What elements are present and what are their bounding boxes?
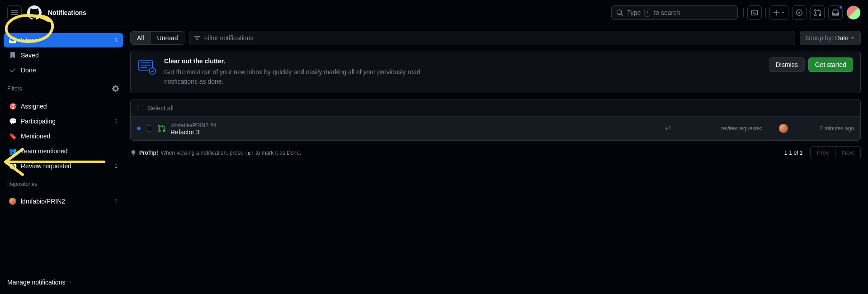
- sidebar: Inbox 1 Saved Done Filters: [0, 25, 127, 294]
- unread-dot-icon: [137, 127, 141, 130]
- row-time: 2 minutes ago: [804, 125, 854, 132]
- filter-notifications-input[interactable]: Filter notifications: [189, 31, 795, 45]
- dismiss-button[interactable]: Dismiss: [769, 57, 805, 72]
- inbox-icon: [9, 37, 16, 44]
- protip-label: ProTip!: [139, 150, 158, 156]
- pagination: Prev Next: [810, 146, 861, 159]
- sidebar-item-label: Done: [21, 66, 118, 74]
- sidebar-item-count: 1: [114, 163, 118, 169]
- pull-requests-button[interactable]: [810, 5, 825, 20]
- notifications-list: Select all ldmfabio/PRIN2 #4 Refactor 3 …: [130, 100, 861, 141]
- eyes-icon: 👀: [9, 162, 16, 170]
- check-icon: [9, 66, 16, 74]
- read-filter-segment: All Unread: [130, 31, 184, 45]
- next-button[interactable]: Next: [835, 147, 860, 159]
- user-avatar[interactable]: [846, 5, 861, 20]
- get-started-button[interactable]: Get started: [808, 57, 853, 72]
- svg-point-0: [798, 12, 800, 14]
- repos-header-label: Repositories: [7, 181, 38, 187]
- command-palette-button[interactable]: [747, 5, 762, 20]
- row-title: Refactor 3: [170, 128, 655, 136]
- separator: [765, 8, 766, 17]
- sidebar-item-count: 1: [114, 37, 118, 43]
- sidebar-item-label: Assigned: [21, 103, 118, 110]
- list-header: Select all: [131, 100, 860, 116]
- group-by-dropdown[interactable]: Group by: Date: [800, 31, 861, 45]
- header-actions: [743, 5, 861, 20]
- banner-title: Clear out the clutter.: [164, 57, 761, 65]
- sidebar-filter-team-mentioned[interactable]: 👥 Team mentioned: [4, 144, 123, 158]
- filters-settings-button[interactable]: [112, 85, 119, 92]
- sidebar-item-done[interactable]: Done: [4, 63, 123, 77]
- row-checkbox[interactable]: [146, 125, 152, 132]
- gear-icon: [112, 85, 119, 92]
- page-title[interactable]: Notifications: [48, 9, 86, 16]
- search-icon: [616, 9, 623, 16]
- protip-after: to mark it as Done.: [255, 150, 301, 156]
- global-search-input[interactable]: Type / to search: [611, 5, 738, 20]
- plus-icon: [773, 9, 780, 16]
- tab-unread[interactable]: Unread: [151, 32, 184, 44]
- git-pull-request-open-icon: [158, 125, 165, 132]
- search-prefix: Type: [627, 9, 641, 16]
- team-icon: 👥: [9, 147, 16, 155]
- sidebar-item-saved[interactable]: Saved: [4, 48, 123, 62]
- sidebar-filter-assigned[interactable]: 🎯 Assigned: [4, 99, 123, 114]
- protip: ProTip! When viewing a notification, pre…: [130, 150, 301, 156]
- sidebar-item-label: Participating: [21, 118, 110, 125]
- sidebar-filter-participating[interactable]: 💬 Participating 1: [4, 114, 123, 128]
- github-logo[interactable]: [27, 5, 42, 20]
- notification-row[interactable]: ldmfabio/PRIN2 #4 Refactor 3 +1 review r…: [131, 116, 860, 140]
- sidebar-repo-item[interactable]: ldmfabio/PRIN2 1: [4, 194, 123, 209]
- sidebar-item-label: Review requested: [21, 162, 110, 170]
- repos-header: Repositories: [0, 177, 127, 190]
- bookmark-icon: [9, 52, 16, 59]
- lightbulb-icon: [130, 150, 137, 156]
- pagination-range: 1-1 of 1: [784, 150, 803, 156]
- filters-header: Filters: [0, 81, 127, 95]
- tab-all[interactable]: All: [131, 32, 151, 44]
- list-footer: ProTip! When viewing a notification, pre…: [130, 146, 861, 159]
- protip-before: When viewing a notification, press: [161, 150, 243, 156]
- group-by-value: Date: [835, 34, 849, 42]
- banner-description: Get the most out of your new inbox by qu…: [164, 67, 435, 86]
- manage-notifications-label: Manage notifications: [7, 279, 65, 286]
- sidebar-filter-mentioned[interactable]: 🔖 Mentioned: [4, 129, 123, 143]
- target-icon: 🎯: [9, 103, 16, 110]
- sidebar-item-count: 1: [114, 198, 118, 204]
- row-repo: ldmfabio/PRIN2: [170, 122, 208, 128]
- sidebar-item-count: 1: [114, 118, 118, 124]
- filters-header-label: Filters: [7, 85, 22, 92]
- filter-placeholder: Filter notifications: [204, 34, 253, 42]
- global-header: Notifications Type / to search: [0, 0, 868, 25]
- hamburger-button[interactable]: [7, 5, 22, 20]
- unread-indicator-dot: [839, 5, 843, 9]
- protip-key: e: [245, 150, 253, 156]
- main-content: All Unread Filter notifications Group by…: [127, 25, 868, 294]
- onboarding-banner: Clear out the clutter. Get the most out …: [130, 51, 861, 93]
- console-icon: [751, 9, 758, 16]
- issue-opened-icon: [796, 9, 803, 16]
- caret-down-icon: [850, 36, 855, 40]
- prev-button[interactable]: Prev: [811, 147, 835, 159]
- select-all-checkbox[interactable]: [137, 105, 143, 111]
- create-new-button[interactable]: [769, 5, 788, 20]
- inbox-icon: [832, 9, 839, 16]
- separator: [743, 8, 744, 17]
- caret-down-icon: [68, 280, 72, 285]
- row-additional-count: +1: [660, 125, 676, 132]
- notifications-button[interactable]: [828, 5, 843, 20]
- sidebar-filter-review-requested[interactable]: 👀 Review requested 1: [4, 159, 123, 173]
- sidebar-item-label: ldmfabio/PRIN2: [21, 198, 110, 205]
- sidebar-item-label: Mentioned: [21, 133, 118, 140]
- tag-icon: 🔖: [9, 133, 16, 140]
- row-number: #4: [210, 122, 216, 128]
- issues-button[interactable]: [792, 5, 807, 20]
- row-reason: review requested: [681, 125, 763, 132]
- select-all-label: Select all: [148, 104, 174, 112]
- row-author-avatar: [779, 124, 788, 133]
- sidebar-item-label: Team mentioned: [21, 147, 118, 155]
- manage-notifications-button[interactable]: Manage notifications: [0, 274, 127, 290]
- search-key: /: [644, 9, 650, 17]
- sidebar-item-inbox[interactable]: Inbox 1: [4, 33, 123, 47]
